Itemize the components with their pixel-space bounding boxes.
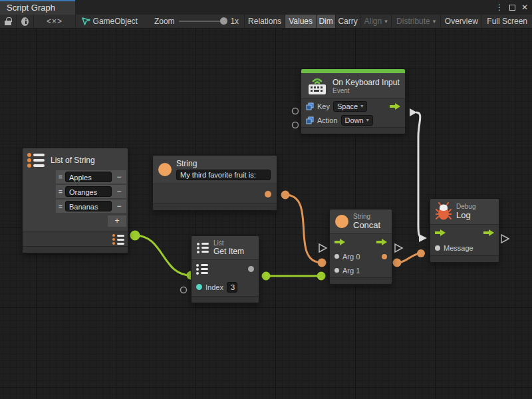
action-dropdown-value: Down	[345, 116, 364, 124]
list-item: = Bananas −	[56, 200, 126, 213]
arg0-input-port[interactable]	[334, 254, 339, 259]
remove-item-button[interactable]: −	[112, 201, 126, 211]
node-on-keyboard-input[interactable]: On Keyboard Input Event Key Space ▾	[301, 68, 406, 134]
list-item-field[interactable]: Bananas	[65, 201, 112, 211]
keycode-type-icon	[306, 116, 314, 124]
relations-button[interactable]: Relations	[245, 15, 285, 28]
node-list-of-string[interactable]: List of String = Apples − = Oranges − =	[22, 148, 128, 253]
unconnected-flow-concat-in[interactable]	[319, 244, 327, 252]
node-title: Get Item	[213, 247, 244, 256]
unconnected-flow-concat-out[interactable]	[395, 244, 402, 252]
distribute-label: Distribute	[396, 17, 430, 26]
item-output-port[interactable]	[248, 266, 254, 272]
dropdown-arrow-icon: ▾	[366, 117, 369, 123]
node-footer	[23, 246, 128, 253]
flow-arrowhead	[419, 234, 427, 242]
carry-label: Carry	[338, 17, 357, 26]
key-dropdown[interactable]: Space ▾	[333, 101, 367, 112]
distribute-button[interactable]: Distribute▾	[392, 15, 441, 28]
list-item-field[interactable]: Oranges	[65, 186, 112, 197]
port-row-flow	[430, 225, 499, 240]
flow-output-arrow-icon[interactable]	[483, 229, 494, 236]
values-button[interactable]: Values	[285, 15, 317, 28]
zoom-label: Zoom	[154, 17, 175, 26]
unconnected-port-key[interactable]	[293, 108, 299, 114]
carry-button[interactable]: Carry	[336, 15, 360, 28]
arg1-input-port[interactable]	[334, 268, 339, 273]
bug-icon	[436, 202, 452, 221]
arg1-label: Arg 1	[342, 267, 360, 275]
tab-script-graph[interactable]: Script Graph	[0, 0, 75, 15]
node-footer	[301, 127, 405, 134]
unconnected-port-action[interactable]	[293, 122, 299, 128]
list-input-port[interactable]	[196, 264, 208, 275]
relations-label: Relations	[248, 17, 281, 26]
node-ports	[23, 231, 128, 246]
node-footer	[192, 296, 259, 303]
node-category: Debug	[456, 203, 475, 210]
string-type-icon	[158, 163, 172, 176]
drag-handle-icon[interactable]: =	[56, 203, 65, 210]
node-title: On Keyboard Input	[332, 78, 400, 87]
flow-output-arrow-icon[interactable]	[390, 103, 400, 110]
node-concat[interactable]: String Concat Arg 0	[329, 209, 392, 285]
wire-list-to-getitem[interactable]	[135, 235, 191, 275]
index-value-field[interactable]: 3	[227, 282, 237, 293]
gameobject-selector[interactable]: GameObject	[76, 15, 152, 28]
unconnected-port-index[interactable]	[181, 287, 187, 293]
fullscreen-button[interactable]: Full Screen	[482, 15, 532, 28]
maximize-icon[interactable]	[509, 5, 515, 11]
flow-output-arrow-icon[interactable]	[376, 239, 387, 245]
string-output-port[interactable]	[265, 191, 271, 198]
wire-keyboard-to-log[interactable]	[416, 112, 424, 238]
code-icon: <×>	[47, 17, 63, 26]
gameobject-icon	[81, 17, 90, 26]
graph-canvas[interactable]: On Keyboard Input Event Key Space ▾	[0, 29, 532, 399]
node-debug-log[interactable]: Debug Log Message	[430, 198, 499, 263]
string-value-field[interactable]: My third favorite fruit is:	[176, 170, 271, 180]
remove-item-button[interactable]: −	[112, 187, 126, 196]
port-row-key: Key Space ▾	[301, 99, 405, 113]
overview-button[interactable]: Overview	[441, 15, 482, 28]
add-item-button[interactable]: +	[108, 215, 126, 227]
remove-item-button[interactable]: −	[112, 172, 126, 182]
info-button[interactable]	[17, 15, 34, 28]
zoom-slider[interactable]	[179, 21, 227, 22]
wire-string-to-concat[interactable]	[285, 195, 322, 263]
message-label: Message	[444, 244, 473, 252]
node-ports: Message	[430, 224, 499, 255]
node-string-literal[interactable]: String My third favorite fruit is:	[152, 155, 277, 211]
zoom-value: 1x	[230, 17, 239, 26]
list-output-port[interactable]	[112, 234, 124, 245]
list-item: = Oranges −	[56, 185, 126, 198]
lock-button[interactable]	[0, 15, 17, 28]
drag-handle-icon[interactable]: =	[56, 188, 65, 196]
action-dropdown[interactable]: Down ▾	[341, 115, 373, 126]
node-ports: Key Space ▾ Action	[301, 98, 405, 127]
wire-endpoint	[130, 231, 140, 241]
close-icon[interactable]: ✕	[521, 0, 528, 15]
menu-icon[interactable]: ⋮	[495, 0, 503, 15]
zoom-control: Zoom 1x	[152, 15, 245, 28]
graph-toolbar: <×> GameObject Zoom 1x Relations Values …	[0, 15, 532, 29]
node-get-item[interactable]: List Get Item Index 3	[191, 235, 259, 303]
node-title: Log	[456, 210, 475, 220]
node-header: String Concat	[330, 209, 392, 233]
code-view-button[interactable]: <×>	[34, 15, 75, 28]
drag-handle-icon[interactable]: =	[56, 174, 65, 181]
flow-input-arrow-icon[interactable]	[435, 229, 446, 236]
index-input-port[interactable]	[196, 284, 202, 290]
zoom-slider-knob[interactable]	[220, 17, 227, 25]
unconnected-flow-log-out[interactable]	[501, 235, 509, 243]
flow-input-arrow-icon[interactable]	[334, 239, 345, 245]
align-button[interactable]: Align▾	[360, 15, 392, 28]
result-output-port[interactable]	[382, 254, 387, 259]
node-subtitle: Event	[332, 87, 400, 94]
dropdown-arrow-icon: ▾	[360, 103, 363, 109]
list-item-field[interactable]: Apples	[65, 172, 112, 182]
string-type-icon	[335, 215, 348, 228]
dim-button[interactable]: Dim	[317, 15, 336, 28]
message-input-port[interactable]	[435, 245, 440, 251]
port-row-arg1: Arg 1	[330, 263, 392, 277]
wire-endpoint	[281, 191, 290, 200]
